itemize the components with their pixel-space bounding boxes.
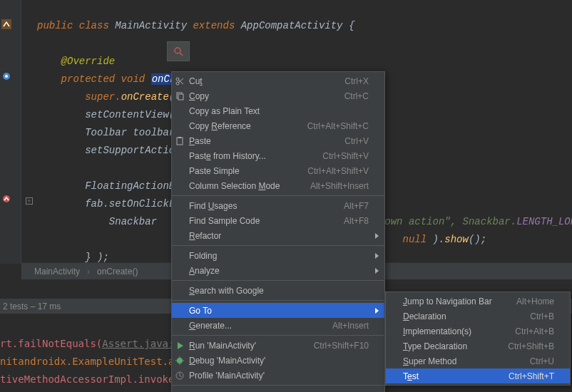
menu-item-label: Test [403, 371, 509, 381]
menu-item-label: Paste from History... [189, 151, 322, 161]
search-icon [173, 46, 183, 56]
paste-icon [175, 136, 185, 146]
context-menu-item[interactable]: Paste SimpleCtrl+Alt+Shift+V [172, 163, 384, 178]
debug-icon [175, 356, 185, 366]
context-menu-item[interactable]: Find UsagesAlt+F7 [172, 198, 384, 213]
svg-marker-14 [178, 342, 183, 349]
svg-point-2 [5, 75, 8, 78]
menu-item-label: Generate... [189, 321, 332, 331]
context-menu-item[interactable]: Run 'MainActivity'Ctrl+Shift+F10 [172, 338, 384, 353]
menu-separator [172, 280, 384, 281]
menu-item-shortcut: Ctrl+Alt+B [515, 326, 554, 336]
run-icon [175, 341, 185, 351]
menu-item-shortcut: Ctrl+Shift+F10 [314, 341, 369, 351]
breadcrumb-item[interactable]: onCreate() [97, 267, 138, 277]
scissors-icon [175, 76, 185, 86]
menu-item-label: Analyze [189, 266, 369, 276]
menu-item-shortcut: Ctrl+Shift+V [322, 151, 369, 161]
menu-item-label: Implementation(s) [403, 326, 515, 336]
menu-item-shortcut: Ctrl+X [344, 76, 369, 86]
context-menu-item[interactable]: Column Selection ModeAlt+Shift+Insert [172, 178, 384, 193]
context-menu-item[interactable]: Create 'MainActivity'... [172, 388, 384, 392]
code-line: @Override [21, 53, 572, 71]
goto-submenu[interactable]: Jump to Navigation BarAlt+HomeDeclaratio… [385, 292, 571, 386]
code-line: public class MainActivity extends AppCom… [21, 17, 572, 35]
menu-item-shortcut: Alt+F8 [344, 216, 369, 226]
menu-item-label: Refactor [189, 231, 369, 241]
context-menu-item[interactable]: Generate...Alt+Insert [172, 318, 384, 333]
search-highlight-box[interactable] [167, 41, 190, 61]
code-line [21, 35, 572, 53]
implements-up-gutter-icon [1, 194, 11, 204]
submenu-arrow-icon [375, 233, 379, 239]
menu-item-shortcut: Alt+Home [516, 296, 554, 306]
override-gutter-icon [1, 19, 11, 29]
menu-item-label: Paste [189, 136, 344, 146]
svg-rect-11 [178, 94, 183, 100]
submenu-arrow-icon [375, 268, 379, 274]
context-menu-item[interactable]: Folding [172, 248, 384, 263]
svg-point-15 [177, 358, 183, 363]
menu-item-shortcut: Alt+F7 [344, 201, 369, 211]
menu-separator [172, 335, 384, 336]
context-menu-item[interactable]: CutCtrl+X [172, 73, 384, 88]
svg-rect-0 [1, 19, 11, 29]
menu-item-label: Folding [189, 251, 369, 261]
svg-rect-12 [177, 138, 183, 145]
goto-submenu-item[interactable]: Super MethodCtrl+U [386, 354, 570, 368]
goto-submenu-item[interactable]: Type DeclarationCtrl+Shift+B [386, 339, 570, 354]
menu-separator [172, 245, 384, 246]
implements-gutter-icon [1, 71, 11, 81]
context-menu-item[interactable]: Profile 'MainActivity' [172, 368, 384, 383]
menu-separator [172, 300, 384, 301]
menu-item-label: Paste Simple [189, 166, 307, 176]
menu-item-shortcut: Ctrl+V [344, 136, 369, 146]
menu-item-shortcut: Ctrl+Shift+T [509, 371, 554, 381]
copy-icon [175, 91, 185, 101]
menu-item-label: Copy Reference [189, 121, 307, 131]
context-menu-item[interactable]: Go To [172, 303, 384, 318]
editor-context-menu[interactable]: CutCtrl+XCopyCtrl+CCopy as Plain TextCop… [171, 71, 385, 392]
context-menu-item[interactable]: PasteCtrl+V [172, 133, 384, 148]
menu-item-label: Go To [189, 306, 369, 316]
context-menu-item[interactable]: Copy ReferenceCtrl+Alt+Shift+C [172, 118, 384, 133]
context-menu-item[interactable]: Find Sample CodeAlt+F8 [172, 213, 384, 228]
menu-item-label: Cut [189, 76, 344, 86]
menu-item-label: Find Sample Code [189, 216, 344, 226]
menu-item-shortcut: Ctrl+Shift+B [508, 341, 554, 351]
svg-line-22 [180, 376, 182, 377]
menu-item-shortcut: Ctrl+C [344, 91, 369, 101]
menu-item-shortcut: Alt+Shift+Insert [310, 181, 369, 191]
submenu-arrow-icon [375, 308, 379, 314]
menu-item-label: Debug 'MainActivity' [189, 356, 369, 366]
submenu-arrow-icon [375, 253, 379, 259]
menu-item-shortcut: Ctrl+Alt+Shift+C [307, 121, 369, 131]
context-menu-item[interactable]: Copy as Plain Text [172, 103, 384, 118]
profile-icon [175, 371, 185, 381]
goto-submenu-item[interactable]: Jump to Navigation BarAlt+Home [386, 294, 570, 309]
menu-item-shortcut: Ctrl+Alt+Shift+V [307, 166, 369, 176]
svg-line-5 [180, 53, 183, 56]
breadcrumb-item[interactable]: MainActivity [34, 267, 80, 277]
context-menu-item[interactable]: Search with Google [172, 283, 384, 298]
menu-item-label: Super Method [403, 356, 530, 366]
menu-item-shortcut: Ctrl+U [530, 356, 554, 366]
menu-item-label: Profile 'MainActivity' [189, 371, 369, 381]
editor-gutter: + [0, 0, 21, 264]
context-menu-item[interactable]: Refactor [172, 228, 384, 243]
goto-submenu-item[interactable]: DeclarationCtrl+B [386, 309, 570, 324]
menu-separator [172, 385, 384, 386]
context-menu-item[interactable]: Paste from History...Ctrl+Shift+V [172, 148, 384, 163]
context-menu-item[interactable]: Analyze [172, 263, 384, 278]
goto-submenu-item[interactable]: TestCtrl+Shift+T [386, 368, 570, 383]
goto-submenu-item[interactable]: Implementation(s)Ctrl+Alt+B [386, 324, 570, 339]
menu-item-label: Copy as Plain Text [189, 106, 369, 116]
menu-item-shortcut: Alt+Insert [332, 321, 369, 331]
chevron-right-icon: › [87, 267, 90, 277]
menu-item-label: Search with Google [189, 286, 369, 296]
context-menu-item[interactable]: CopyCtrl+C [172, 88, 384, 103]
context-menu-item[interactable]: Debug 'MainActivity' [172, 353, 384, 368]
menu-separator [172, 195, 384, 196]
svg-point-3 [3, 195, 10, 202]
menu-item-label: Find Usages [189, 201, 344, 211]
